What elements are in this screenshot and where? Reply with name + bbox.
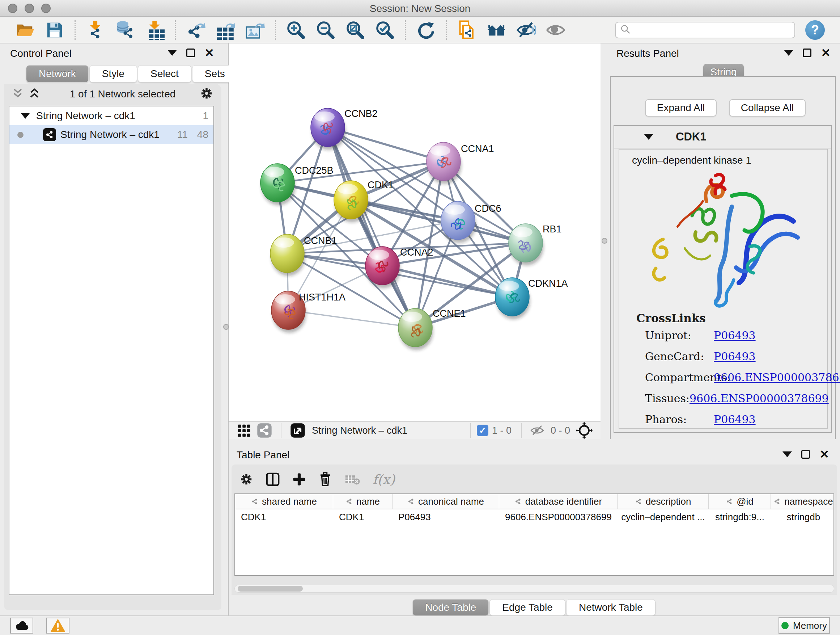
float-panel-icon[interactable]: [801, 450, 810, 459]
expand-all-icon[interactable]: [29, 87, 40, 101]
column-header-description[interactable]: description: [617, 494, 709, 509]
panel-menu-icon[interactable]: [167, 50, 177, 56]
table-panel-title: Table Panel: [237, 449, 289, 461]
table-row[interactable]: CDK1CDK1P064939606.ENSP00000378699cyclin…: [235, 509, 834, 524]
duplicate-network-icon[interactable]: [455, 19, 478, 41]
left-splitter-handle[interactable]: [223, 324, 229, 330]
import-table-icon[interactable]: [144, 19, 166, 41]
node-CDKN1A[interactable]: [495, 278, 530, 319]
cloud-button[interactable]: [10, 618, 33, 633]
add-column-icon[interactable]: [292, 472, 306, 486]
float-panel-icon[interactable]: [186, 49, 195, 57]
float-panel-icon[interactable]: [803, 49, 812, 57]
node-CDK1[interactable]: [334, 181, 369, 222]
show-panel-icon[interactable]: [545, 19, 567, 41]
node-CDC25B[interactable]: [261, 164, 295, 205]
tab-network[interactable]: Network: [26, 65, 88, 82]
collection-expand-icon[interactable]: [21, 113, 30, 119]
refresh-icon[interactable]: [415, 19, 437, 41]
crosslink-link[interactable]: 9606.ENSP00000378699: [690, 392, 829, 405]
horizontal-scrollbar[interactable]: [234, 585, 834, 593]
crosslinks-title: CrossLinks: [636, 312, 706, 325]
network-collection-row[interactable]: String Network – cdk1 1: [9, 106, 213, 125]
network-options-gear-icon[interactable]: [200, 87, 213, 102]
grid-view-icon[interactable]: [237, 423, 251, 438]
help-button[interactable]: ?: [805, 20, 825, 40]
node-CCNB2[interactable]: [311, 108, 346, 150]
panel-menu-icon[interactable]: [783, 451, 792, 457]
tab-style[interactable]: Style: [89, 65, 137, 82]
node-RB1[interactable]: [508, 224, 543, 265]
results-panel: Results Panel ✕ String Expand All Collap…: [608, 43, 840, 450]
memory-button[interactable]: Memory: [778, 617, 830, 634]
table-panel-body: f(x) shared name name canonical name dat…: [232, 464, 837, 595]
import-network-database-icon[interactable]: [114, 19, 136, 41]
tab-network-table[interactable]: Network Table: [566, 599, 655, 616]
show-columns-icon[interactable]: [265, 472, 280, 486]
node-CCNA1[interactable]: [426, 142, 461, 184]
tab-node-table[interactable]: Node Table: [412, 599, 489, 616]
import-network-icon[interactable]: [84, 19, 107, 41]
crosslink-link[interactable]: P06493: [714, 329, 756, 342]
zoom-out-icon[interactable]: [314, 19, 337, 41]
detach-view-icon[interactable]: [290, 423, 305, 438]
home-icon[interactable]: [485, 19, 508, 41]
tab-select[interactable]: Select: [138, 65, 191, 82]
close-panel-icon[interactable]: ✕: [819, 450, 829, 459]
node-CCNB1[interactable]: [270, 234, 305, 276]
right-splitter-handle[interactable]: [602, 238, 607, 244]
column-header-name[interactable]: name: [333, 494, 393, 509]
delete-column-icon[interactable]: [318, 472, 332, 486]
table-cell[interactable]: cyclin–dependent ...: [617, 509, 709, 524]
close-panel-icon[interactable]: ✕: [821, 49, 831, 57]
collapse-all-button[interactable]: Collapse All: [729, 99, 806, 117]
node-label: CDC25B: [295, 165, 333, 176]
save-icon[interactable]: [43, 19, 66, 41]
collapse-all-icon[interactable]: [12, 87, 23, 101]
node-CCNE1[interactable]: [398, 309, 433, 350]
share-view-icon[interactable]: [257, 423, 272, 438]
column-header-canonical-name[interactable]: canonical name: [393, 494, 499, 509]
zoom-selected-icon[interactable]: [374, 19, 396, 41]
section-collapse-icon[interactable]: [644, 134, 653, 140]
expand-all-button[interactable]: Expand All: [645, 99, 717, 117]
network-graph[interactable]: CCNB2 CCNA1 CDC25B CDK1 CDC6: [229, 43, 600, 421]
search-box[interactable]: [615, 22, 795, 38]
panel-menu-icon[interactable]: [784, 50, 793, 56]
zoom-in-icon[interactable]: [285, 19, 307, 41]
hidden-eye-icon[interactable]: [531, 424, 544, 437]
crosslink-link[interactable]: P06493: [714, 413, 756, 426]
selected-checkbox-icon[interactable]: ✓: [477, 424, 488, 436]
cdk1-section-header[interactable]: CDK1: [614, 126, 831, 149]
close-panel-icon[interactable]: ✕: [204, 49, 214, 57]
results-panel-title: Results Panel: [616, 48, 679, 59]
column-header-database-identifier[interactable]: database identifier: [499, 494, 617, 509]
export-network-icon[interactable]: [185, 19, 207, 41]
tab-edge-table[interactable]: Edge Table: [489, 599, 565, 616]
table-cell[interactable]: stringdb:9...: [709, 509, 771, 524]
column-header-namespace[interactable]: namespace: [771, 494, 834, 509]
column-header--id[interactable]: @id: [709, 494, 771, 509]
hide-panel-icon[interactable]: [515, 19, 537, 41]
edge[interactable]: [288, 310, 415, 328]
table-cell[interactable]: P06493: [393, 509, 499, 524]
table-settings-gear-icon[interactable]: [240, 472, 253, 486]
scrollbar-thumb[interactable]: [238, 586, 303, 592]
node-CCNA2[interactable]: [365, 247, 400, 288]
zoom-fit-icon[interactable]: [344, 19, 366, 41]
network-row[interactable]: String Network – cdk1 11 48: [9, 125, 213, 144]
birdseye-icon[interactable]: [576, 422, 592, 439]
table-cell[interactable]: 9606.ENSP00000378699: [499, 509, 617, 524]
crosslink-link[interactable]: 9606.ENSP00000378699: [714, 371, 840, 384]
search-input[interactable]: [631, 25, 790, 36]
crosslink-link[interactable]: P06493: [714, 350, 756, 363]
table-cell[interactable]: CDK1: [333, 509, 393, 524]
warning-button[interactable]: [46, 618, 69, 633]
export-image-icon[interactable]: [244, 19, 266, 41]
table-cell[interactable]: CDK1: [235, 509, 333, 524]
network-canvas[interactable]: CCNB2 CCNA1 CDC25B CDK1 CDC6: [229, 43, 600, 421]
export-table-icon[interactable]: [214, 19, 237, 41]
table-cell[interactable]: stringdb: [771, 509, 834, 524]
column-header-shared-name[interactable]: shared name: [235, 494, 333, 509]
open-icon[interactable]: [14, 19, 36, 41]
